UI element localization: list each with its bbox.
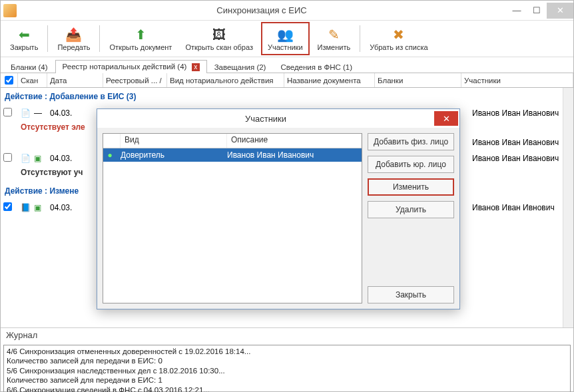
pencil-icon: ✎ (325, 26, 342, 43)
dialog-titlebar: Участники ✕ (97, 109, 459, 128)
section-add: Действие : Добавление в ЕИС (3) (1, 88, 573, 105)
col-description[interactable]: Описание (227, 134, 362, 148)
scan-icon: ▣ (34, 154, 41, 163)
arrow-up-icon: ⬆ (132, 26, 149, 43)
col-regno[interactable]: Реестровый ... / (103, 73, 167, 87)
close-dialog-button[interactable]: Закрыть (368, 286, 454, 303)
add-legal-button[interactable]: Добавить юр. лицо (368, 156, 454, 173)
dialog-table: Вид Описание ● Доверитель Иванов Иван Ив… (103, 133, 362, 303)
col-action[interactable]: Вид нотариального действия (167, 73, 284, 87)
grid-header: Скан Дата Реестровый ... / Вид нотариаль… (1, 73, 573, 88)
scan-icon: ▣ (34, 203, 41, 212)
row-checkbox[interactable] (3, 108, 12, 116)
select-all-checkbox[interactable] (5, 76, 13, 85)
remove-button[interactable]: ✖ Убрать из списка (364, 22, 433, 55)
edit-button[interactable]: ✎ Изменить (312, 22, 356, 55)
close-button[interactable]: ✕ (547, 3, 573, 19)
journal-log[interactable]: 4/6 Синхронизация отмененных доверенност… (3, 345, 571, 392)
x-icon: ✖ (390, 26, 408, 43)
people-icon: 👥 (276, 26, 294, 43)
open-scan-button[interactable]: 🖼 Открыть скан образ (180, 22, 258, 55)
col-scan[interactable]: Скан (18, 73, 47, 87)
open-document-button[interactable]: ⬆ Открыть документ (104, 22, 177, 55)
participants-button[interactable]: 👥 Участники (261, 22, 310, 55)
tab-bar: Бланки (4) Реестр нотариальных действий … (1, 57, 573, 73)
edit-participant-button[interactable]: Изменить (368, 178, 454, 196)
tab-close-icon[interactable]: x (192, 63, 200, 71)
dialog-row-selected[interactable]: ● Доверитель Иванов Иван Иванович (103, 148, 362, 162)
scrollbar[interactable] (563, 88, 573, 327)
col-kind[interactable]: Вид (121, 134, 227, 148)
dialog-title: Участники (97, 114, 434, 124)
delete-participant-button[interactable]: Удалить (368, 201, 454, 218)
tab-blanks[interactable]: Бланки (4) (3, 61, 55, 73)
doc-icon: 📄 (21, 108, 31, 118)
window-title: Синхронизация с ЕИС (17, 5, 507, 15)
col-docname[interactable]: Название документа (284, 73, 375, 87)
col-date[interactable]: Дата (47, 73, 103, 87)
tab-fns[interactable]: Сведения в ФНС (1) (273, 61, 360, 73)
titlebar: Синхронизация с ЕИС — ☐ ✕ (1, 1, 573, 21)
check-icon: ● (103, 150, 117, 160)
col-participants[interactable]: Участники (461, 73, 573, 87)
dialog-close-button[interactable]: ✕ (434, 111, 458, 126)
tab-registry[interactable]: Реестр нотариальных действий (4) x (55, 60, 207, 73)
doc-icon: 📘 (21, 203, 31, 212)
minimize-button[interactable]: — (507, 3, 527, 19)
send-button[interactable]: 📤 Передать (52, 22, 95, 55)
row-checkbox[interactable] (3, 202, 12, 211)
toolbar: ⬅ Закрыть 📤 Передать ⬆ Открыть документ … (1, 21, 573, 57)
col-blanks[interactable]: Бланки (375, 73, 461, 87)
journal-label: Журнал (1, 327, 573, 342)
row-checkbox[interactable] (3, 153, 12, 162)
main-window: Синхронизация с ЕИС — ☐ ✕ ⬅ Закрыть 📤 Пе… (0, 0, 574, 392)
doc-icon: 📄 (21, 154, 31, 163)
close-tool-button[interactable]: ⬅ Закрыть (5, 22, 43, 55)
app-icon (3, 4, 17, 17)
participants-dialog: Участники ✕ Вид Описание ● Доверитель Ив… (97, 108, 460, 309)
add-physical-button[interactable]: Добавить физ. лицо (368, 133, 454, 150)
maximize-button[interactable]: ☐ (527, 3, 547, 19)
arrow-left-icon: ⬅ (15, 26, 33, 43)
send-icon: 📤 (65, 26, 83, 43)
tab-wills[interactable]: Завещания (2) (207, 61, 274, 73)
image-icon: 🖼 (210, 26, 228, 43)
